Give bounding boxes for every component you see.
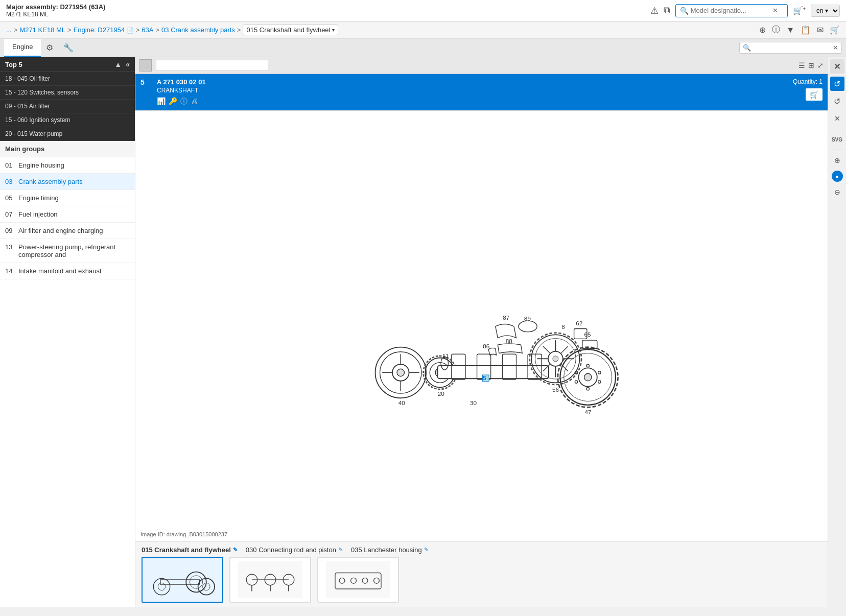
thumb-tab-030[interactable]: 030 Connecting rod and piston ✎ <box>246 546 343 554</box>
search-icon[interactable]: 🔍 <box>680 7 689 15</box>
refresh-blue-button[interactable]: ↺ <box>830 77 844 91</box>
thumb-tab-015-edit-icon[interactable]: ✎ <box>233 547 238 553</box>
top5-item-5[interactable]: 20 - 015 Water pump <box>0 127 135 141</box>
group-item-13[interactable]: 13 Power-steering pump, refrigerant comp… <box>0 239 135 263</box>
thumbnails-header: 015 Crankshaft and flywheel ✎ 030 Connec… <box>142 546 821 554</box>
breadcrumb-63a[interactable]: 63A <box>142 26 153 34</box>
blue-circle-button[interactable]: ● <box>832 171 843 182</box>
sidebar-main-groups: 01 Engine housing 03 Crank assembly part… <box>0 157 135 607</box>
top5-item-3[interactable]: 09 - 015 Air filter <box>0 100 135 113</box>
info-icon[interactable]: ⓘ <box>772 25 780 35</box>
group-num-01: 01 <box>5 161 15 169</box>
parts-header-icons: ☰ ⊞ ⤢ <box>798 61 824 69</box>
parts-grid-view-icon[interactable]: ⊞ <box>808 61 814 69</box>
breadcrumb-model[interactable]: M271 KE18 ML <box>19 26 65 34</box>
cart-add-icon[interactable]: 🛒+ <box>793 6 806 15</box>
thumb-tab-035-edit-icon[interactable]: ✎ <box>424 547 429 553</box>
part-row: 5 A 271 030 02 01 CRANKSHAFT 📊 🔑 ⓘ 🖨 Qua… <box>135 74 828 110</box>
report-icon[interactable]: 📋 <box>801 25 811 35</box>
thumb-inner-035 <box>318 558 398 602</box>
breadcrumb-current[interactable]: 015 Crankshaft and flywheel ▾ <box>243 25 338 35</box>
svg-point-35 <box>584 373 591 381</box>
top5-item-4[interactable]: 15 - 060 Ignition system <box>0 113 135 127</box>
breadcrumb-sep5: > <box>237 26 241 34</box>
toolbar-separator-1 <box>831 129 843 129</box>
group-item-14[interactable]: 14 Intake manifold and exhaust <box>0 263 135 279</box>
top5-item-2[interactable]: 15 - 120 Switches, sensors <box>0 86 135 100</box>
part-quantity: Quantity: 1 🛒 <box>793 78 823 101</box>
parts-list-view-icon[interactable]: ☰ <box>798 61 805 69</box>
parts-search-input[interactable] <box>156 60 268 71</box>
group-item-01[interactable]: 01 Engine housing <box>0 157 135 174</box>
major-assembly-title: Major assembly: D271954 (63A) <box>6 3 105 11</box>
zoom-out-toolbar-button[interactable]: ⊖ <box>830 185 844 199</box>
drawing-canvas: 40 20 <box>135 111 828 541</box>
thumb-tab-030-label: 030 Connecting rod and piston <box>246 546 336 554</box>
close2-button[interactable]: ✕ <box>830 111 844 126</box>
group-item-09[interactable]: 09 Air filter and engine charging <box>0 223 135 239</box>
alert-icon[interactable]: ⚠ <box>650 5 659 16</box>
top5-section: Top 5 ▲ « 18 - 045 Oil filter 15 - 120 S… <box>0 57 135 141</box>
thumb-tab-030-edit-icon[interactable]: ✎ <box>338 547 343 553</box>
breadcrumb-left: ... > M271 KE18 ML > Engine: D271954 📄 >… <box>6 25 338 35</box>
thumb-tab-015[interactable]: 015 Crankshaft and flywheel ✎ <box>142 546 238 554</box>
breadcrumb-engine[interactable]: Engine: D271954 📄 <box>74 26 134 34</box>
svg-rect-63 <box>326 561 390 598</box>
thumb-tab-035[interactable]: 035 Lanchester housing ✎ <box>351 546 429 554</box>
thumbnail-035[interactable] <box>317 557 399 603</box>
label-87: 87 <box>503 314 509 321</box>
copy-icon[interactable]: ⧉ <box>664 5 670 16</box>
part-print-icon[interactable]: 🖨 <box>191 97 198 106</box>
tab-icon-1[interactable]: ⚙ <box>41 39 58 57</box>
parts-list-header: ☰ ⊞ ⤢ <box>135 57 828 74</box>
part-info-icon-1[interactable]: 📊 <box>157 97 166 106</box>
group-num-03: 03 <box>5 178 15 185</box>
thumb-inner-015 <box>143 558 222 602</box>
tab-search-clear-icon[interactable]: ✕ <box>833 44 838 52</box>
part-id: A 271 030 02 01 <box>157 78 787 86</box>
label-65: 65 <box>584 330 591 337</box>
label-30: 30 <box>470 399 477 406</box>
svg-point-4 <box>397 369 404 376</box>
breadcrumb-dropdown-icon[interactable]: ▾ <box>332 27 335 33</box>
top5-collapse-icon[interactable]: ▲ <box>114 60 122 68</box>
model-search-input[interactable] <box>691 7 772 14</box>
top5-expand-icon[interactable]: « <box>126 60 130 68</box>
label-89: 89 <box>524 315 531 322</box>
group-label-01: Engine housing <box>18 161 64 169</box>
svg-export-button[interactable]: SVG <box>830 132 844 147</box>
toolbar-separator-2 <box>831 150 843 150</box>
thumbnails-bar: 015 Crankshaft and flywheel ✎ 030 Connec… <box>135 541 828 607</box>
group-item-03[interactable]: 03 Crank assembly parts <box>0 174 135 190</box>
mail-icon[interactable]: ✉ <box>817 25 824 35</box>
thumbnail-015[interactable] <box>142 557 223 603</box>
cart-icon[interactable]: 🛒 <box>830 25 840 35</box>
thumbnail-030[interactable] <box>229 557 311 603</box>
tab-icon-2[interactable]: 🔧 <box>58 39 79 57</box>
label-8: 8 <box>561 323 565 329</box>
part-info-icon-2[interactable]: ⓘ <box>180 97 187 106</box>
close-button[interactable]: ✕ <box>830 59 844 74</box>
zoom-in-toolbar-button[interactable]: ⊕ <box>830 153 844 168</box>
search-clear-icon[interactable]: ✕ <box>772 7 778 14</box>
group-item-05[interactable]: 05 Engine timing <box>0 190 135 206</box>
top5-item-1[interactable]: 18 - 045 Oil filter <box>0 72 135 86</box>
undo-button[interactable]: ↺ <box>830 94 844 108</box>
part-action-icons: 📊 🔑 ⓘ 🖨 <box>157 97 787 106</box>
language-select[interactable]: en ▾ de fr <box>811 5 840 17</box>
group-item-07[interactable]: 07 Fuel injection <box>0 206 135 223</box>
tab-search-icon[interactable]: 🔍 <box>743 44 751 52</box>
breadcrumb-crank[interactable]: 03 Crank assembly parts <box>161 26 235 34</box>
group-label-03: Crank assembly parts <box>18 178 83 185</box>
filter-icon[interactable]: ▼ <box>786 26 794 35</box>
zoom-in-icon[interactable]: ⊕ <box>759 25 766 35</box>
group-num-07: 07 <box>5 210 15 218</box>
breadcrumb-ellipsis[interactable]: ... <box>6 26 12 34</box>
breadcrumb-current-label: 015 Crankshaft and flywheel <box>246 26 330 34</box>
parts-expand-icon[interactable]: ⤢ <box>817 61 824 69</box>
tab-search-input[interactable] <box>751 44 833 52</box>
tab-engine[interactable]: Engine <box>4 39 41 57</box>
add-to-cart-button[interactable]: 🛒 <box>806 88 823 101</box>
part-key-icon[interactable]: 🔑 <box>169 97 177 106</box>
thumb-inner-030 <box>230 558 310 602</box>
